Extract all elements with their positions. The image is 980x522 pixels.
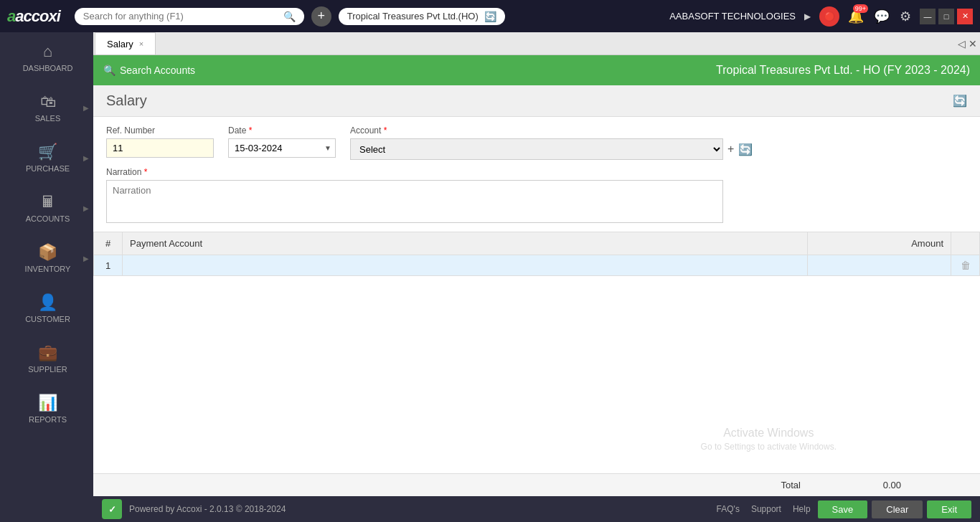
row-payment-account[interactable] bbox=[123, 255, 808, 276]
tab-pin-button[interactable]: ◁ bbox=[958, 38, 966, 49]
search-accounts-label: Search Accounts bbox=[120, 65, 195, 76]
accounts-icon: 🖩 bbox=[40, 193, 56, 212]
narration-input[interactable] bbox=[106, 180, 723, 223]
minimize-button[interactable]: — bbox=[920, 9, 936, 24]
total-value: 0.00 bbox=[844, 480, 901, 490]
account-label: Account * bbox=[350, 125, 753, 136]
save-button[interactable]: Save bbox=[818, 500, 868, 518]
account-wrapper: Select + 🔄 bbox=[350, 138, 753, 160]
col-header-num: # bbox=[94, 232, 123, 255]
org-arrow: ▶ bbox=[804, 11, 811, 22]
message-icon[interactable]: 💬 bbox=[874, 9, 890, 24]
ref-number-input[interactable] bbox=[106, 138, 214, 158]
narration-required: * bbox=[144, 167, 148, 177]
notification-icon[interactable]: 🔔 99+ bbox=[848, 9, 864, 24]
col-header-payment: Payment Account bbox=[123, 232, 808, 255]
notification-badge: 99+ bbox=[853, 4, 868, 13]
date-group: Date * ▼ bbox=[228, 125, 336, 158]
app-logo: aaccoxi bbox=[7, 7, 60, 26]
avatar[interactable]: 🔴 bbox=[819, 6, 839, 27]
sidebar-item-label: PURCHASE bbox=[26, 164, 70, 173]
header-bar: 🔍 Search Accounts Tropical Treasures Pvt… bbox=[93, 55, 980, 85]
close-button[interactable]: ✕ bbox=[957, 9, 973, 24]
sidebar-item-dashboard[interactable]: ⌂ DASHBOARD bbox=[0, 32, 93, 82]
date-input[interactable] bbox=[228, 138, 336, 158]
delete-row-icon[interactable]: 🗑 bbox=[961, 260, 971, 271]
sidebar-item-purchase[interactable]: 🛒 PURCHASE ▶ bbox=[0, 133, 93, 183]
row-amount[interactable] bbox=[808, 255, 951, 276]
account-group: Account * Select + 🔄 bbox=[350, 125, 753, 160]
row-delete-cell: 🗑 bbox=[951, 255, 980, 276]
customer-icon: 👤 bbox=[38, 293, 57, 312]
footer-powered-by: Powered by Accoxi - 2.0.13 © 2018-2024 bbox=[129, 504, 286, 514]
ref-number-label: Ref. Number bbox=[106, 125, 214, 136]
search-icon[interactable]: 🔍 bbox=[283, 11, 296, 22]
sales-icon: 🛍 bbox=[40, 92, 56, 111]
tab-salary[interactable]: Salary × bbox=[95, 32, 156, 54]
exit-button[interactable]: Exit bbox=[927, 500, 971, 518]
main-layout: ⌂ DASHBOARD 🛍 SALES ▶ 🛒 PURCHASE ▶ 🖩 ACC… bbox=[0, 32, 980, 522]
accounts-arrow-icon: ▶ bbox=[83, 204, 89, 212]
account-select[interactable]: Select bbox=[350, 138, 723, 160]
sidebar-item-label: CUSTOMER bbox=[25, 315, 70, 323]
add-button[interactable]: + bbox=[311, 6, 331, 27]
tab-close-icon[interactable]: × bbox=[139, 39, 143, 48]
faq-link[interactable]: FAQ's bbox=[717, 504, 740, 514]
refresh-form-button[interactable]: 🔄 bbox=[953, 94, 967, 108]
tab-controls: ◁ ✕ bbox=[958, 38, 980, 49]
notification-area: 🔔 99+ 💬 ⚙ bbox=[848, 9, 911, 24]
sidebar-item-label: ACCOUNTS bbox=[26, 214, 70, 223]
tab-x-button[interactable]: ✕ bbox=[969, 38, 977, 49]
form-area: Salary 🔄 Ref. Number Date * bbox=[93, 85, 980, 496]
sidebar-item-accounts[interactable]: 🖩 ACCOUNTS ▶ bbox=[0, 183, 93, 233]
sidebar-item-label: REPORTS bbox=[29, 415, 67, 424]
sidebar-item-sales[interactable]: 🛍 SALES ▶ bbox=[0, 82, 93, 133]
purchase-icon: 🛒 bbox=[38, 143, 57, 161]
company-info-label: Tropical Treasures Pvt Ltd. - HO (FY 202… bbox=[716, 64, 970, 77]
fields-row: Ref. Number Date * ▼ bbox=[93, 117, 980, 164]
support-link[interactable]: Support bbox=[751, 504, 781, 514]
row-num: 1 bbox=[94, 255, 123, 276]
sidebar-item-label: SUPPLIER bbox=[28, 365, 67, 374]
ref-number-group: Ref. Number bbox=[106, 125, 214, 158]
top-right-area: AABASOFT TECHNOLOGIES ▶ 🔴 🔔 99+ 💬 ⚙ — □ … bbox=[669, 6, 973, 27]
reports-icon: 📊 bbox=[38, 394, 57, 412]
sidebar-item-inventory[interactable]: 📦 INVENTORY ▶ bbox=[0, 233, 93, 283]
top-bar: aaccoxi 🔍 + Tropical Treasures Pvt Ltd.(… bbox=[0, 0, 980, 32]
sidebar-item-reports[interactable]: 📊 REPORTS bbox=[0, 384, 93, 434]
window-controls: — □ ✕ bbox=[920, 9, 973, 24]
add-account-button[interactable]: + bbox=[727, 143, 734, 156]
settings-icon[interactable]: ⚙ bbox=[900, 9, 911, 24]
inventory-icon: 📦 bbox=[38, 243, 57, 262]
maximize-button[interactable]: □ bbox=[938, 9, 954, 24]
search-accounts-icon: 🔍 bbox=[103, 65, 116, 76]
footer: ✓ Powered by Accoxi - 2.0.13 © 2018-2024… bbox=[93, 496, 980, 522]
content-area: Salary × ◁ ✕ 🔍 Search Accounts Tropical … bbox=[93, 32, 980, 522]
company-refresh-icon[interactable]: 🔄 bbox=[484, 11, 496, 22]
table-wrapper: # Payment Account Amount 1 🗑 bbox=[93, 232, 980, 473]
narration-label: Narration * bbox=[106, 167, 967, 177]
col-header-amount: Amount bbox=[808, 232, 951, 255]
global-search-bar[interactable]: 🔍 bbox=[75, 8, 304, 25]
clear-button[interactable]: Clear bbox=[872, 500, 923, 518]
date-label: Date * bbox=[228, 125, 336, 136]
form-title-bar: Salary 🔄 bbox=[93, 85, 980, 117]
search-input[interactable] bbox=[83, 11, 278, 22]
total-bar: Total 0.00 bbox=[93, 473, 980, 496]
company-selector[interactable]: Tropical Treasures Pvt Ltd.(HO) 🔄 bbox=[339, 8, 505, 25]
payment-table: # Payment Account Amount 1 🗑 bbox=[93, 232, 980, 276]
footer-logo: ✓ bbox=[102, 499, 122, 519]
date-required: * bbox=[249, 125, 253, 136]
date-dropdown-icon[interactable]: ▼ bbox=[324, 144, 331, 152]
dashboard-icon: ⌂ bbox=[43, 42, 52, 61]
search-accounts-button[interactable]: 🔍 Search Accounts bbox=[103, 65, 195, 76]
table-row[interactable]: 1 🗑 bbox=[94, 255, 980, 276]
supplier-icon: 💼 bbox=[38, 343, 57, 362]
account-required: * bbox=[384, 125, 387, 136]
help-link[interactable]: Help bbox=[793, 504, 811, 514]
refresh-account-button[interactable]: 🔄 bbox=[738, 143, 753, 156]
tab-bar: Salary × ◁ ✕ bbox=[93, 32, 980, 55]
narration-section: Narration * bbox=[93, 164, 980, 232]
sidebar-item-customer[interactable]: 👤 CUSTOMER bbox=[0, 283, 93, 333]
sidebar-item-supplier[interactable]: 💼 SUPPLIER bbox=[0, 333, 93, 384]
